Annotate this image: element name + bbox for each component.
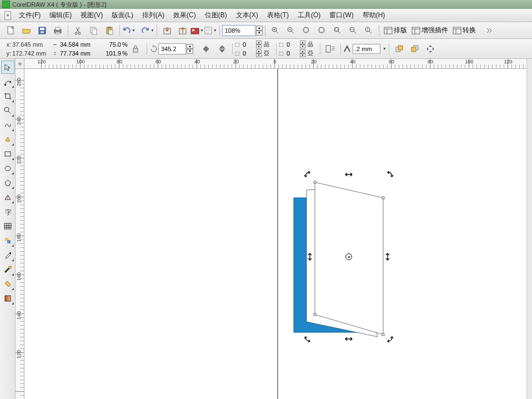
menubar: » 文件(F)编辑(E)视图(V)版面(L)排列(A)效果(C)位图(B)文本(… bbox=[0, 9, 532, 22]
rotation-center-icon[interactable] bbox=[345, 253, 352, 260]
mirror-h-button[interactable] bbox=[200, 42, 213, 56]
zoom-out-button[interactable] bbox=[284, 24, 298, 37]
menu-item[interactable]: 工具(O) bbox=[293, 9, 325, 22]
outline-icon bbox=[343, 45, 351, 53]
zoom-all-button[interactable] bbox=[315, 24, 329, 37]
interactive-fill-tool[interactable] bbox=[1, 292, 14, 305]
svg-rect-33 bbox=[326, 46, 330, 52]
undo-button[interactable]: ▼ bbox=[122, 26, 135, 35]
overflow-button[interactable] bbox=[483, 24, 496, 37]
svg-rect-6 bbox=[56, 32, 60, 34]
zoom-input[interactable] bbox=[222, 25, 255, 36]
pick-tool[interactable] bbox=[1, 61, 14, 74]
duplicate-offset-2[interactable]: ⬚0▲▼品 ⬚0▲▼亞 bbox=[279, 40, 313, 58]
rectangle-tool[interactable] bbox=[1, 147, 14, 161]
svg-rect-26 bbox=[335, 28, 338, 31]
zoom-selection-button[interactable] bbox=[300, 24, 313, 37]
app-launcher-button[interactable]: ▼ bbox=[190, 26, 204, 35]
rotation-input[interactable]: ▲▼ bbox=[149, 43, 193, 54]
smart-fill-tool[interactable] bbox=[1, 133, 14, 146]
right-docker-strip[interactable] bbox=[526, 59, 532, 399]
menu-item[interactable]: 窗口(W) bbox=[325, 9, 358, 22]
interactive-tool[interactable] bbox=[1, 234, 14, 247]
wrap-text-button[interactable] bbox=[324, 42, 337, 56]
outline-width-input[interactable] bbox=[353, 44, 380, 54]
rotation-spinner[interactable]: ▲▼ bbox=[187, 44, 193, 54]
window-title: CorelDRAW X4 ( 专业版 ) - [图形2] bbox=[12, 1, 107, 9]
to-front-button[interactable] bbox=[393, 42, 406, 56]
svg-text:字: 字 bbox=[5, 208, 12, 216]
mirror-v-button[interactable] bbox=[215, 42, 229, 56]
print-button[interactable] bbox=[51, 24, 64, 37]
redo-button[interactable]: ▼ bbox=[141, 26, 154, 35]
scale-y-value[interactable]: 101.9 bbox=[99, 50, 121, 57]
table-tool[interactable] bbox=[1, 220, 14, 233]
outline-tool[interactable] bbox=[1, 263, 14, 276]
svg-rect-13 bbox=[109, 30, 113, 34]
vertical-ruler[interactable]: 260240220200180160140120 bbox=[16, 69, 24, 399]
layout-button[interactable]: 排版 bbox=[384, 26, 407, 35]
crop-tool[interactable] bbox=[1, 89, 14, 103]
copy-button[interactable] bbox=[87, 24, 101, 37]
rotation-field[interactable] bbox=[158, 43, 186, 54]
svg-rect-44 bbox=[9, 81, 11, 83]
standard-toolbar: ▼ ▼ ▼ ▼ ▲▼ 排版 增强插件 转换 bbox=[0, 22, 532, 39]
save-button[interactable] bbox=[36, 24, 49, 37]
basic-shapes-tool[interactable] bbox=[1, 191, 14, 204]
svg-rect-2 bbox=[40, 28, 44, 30]
svg-rect-51 bbox=[7, 240, 11, 243]
polygon-tool[interactable] bbox=[1, 176, 14, 189]
scale-x-value[interactable]: 75.0 bbox=[99, 41, 121, 48]
menu-item[interactable]: 效果(C) bbox=[169, 9, 200, 22]
zoom-tool[interactable] bbox=[1, 104, 14, 117]
zoom-height-button[interactable] bbox=[362, 24, 375, 37]
svg-point-39 bbox=[429, 45, 431, 47]
svg-rect-52 bbox=[9, 252, 11, 254]
menu-item[interactable]: 排列(A) bbox=[138, 9, 169, 22]
canvas[interactable] bbox=[24, 69, 532, 399]
menu-item[interactable]: 版面(L) bbox=[107, 9, 138, 22]
menu-item[interactable]: 文本(X) bbox=[232, 9, 263, 22]
zoom-spinner[interactable]: ▲▼ bbox=[256, 26, 263, 36]
ellipse-tool[interactable] bbox=[1, 162, 14, 175]
x-label: x: bbox=[3, 41, 11, 48]
menu-item[interactable]: 编辑(E) bbox=[45, 9, 76, 22]
menu-item[interactable]: 帮助(H) bbox=[358, 9, 390, 22]
menu-expand-icon[interactable]: » bbox=[4, 11, 11, 20]
shape-tool[interactable] bbox=[1, 75, 14, 88]
position-readout: x:37.645 mm y:172.742 mm bbox=[3, 40, 47, 58]
app-icon bbox=[2, 1, 10, 8]
menu-item[interactable]: 表格(T) bbox=[263, 9, 293, 22]
to-back-button[interactable] bbox=[408, 42, 421, 56]
svg-point-40 bbox=[432, 48, 434, 49]
convert-curves-button[interactable] bbox=[424, 42, 437, 56]
duplicate-offset-1[interactable]: ⬚0▲▼品 ⬚0▲▼亞 bbox=[235, 40, 269, 58]
import-button[interactable] bbox=[160, 24, 174, 37]
zoom-page-button[interactable] bbox=[331, 24, 344, 37]
fill-tool[interactable] bbox=[1, 277, 14, 291]
lock-ratio-button[interactable] bbox=[131, 41, 140, 57]
paste-button[interactable] bbox=[103, 24, 116, 37]
zoom-width-button[interactable] bbox=[347, 24, 360, 37]
menu-item[interactable]: 位图(B) bbox=[200, 9, 232, 22]
svg-rect-35 bbox=[398, 46, 403, 50]
eyedropper-tool[interactable] bbox=[1, 248, 14, 262]
text-tool[interactable]: 字 bbox=[1, 205, 14, 218]
open-button[interactable] bbox=[20, 24, 33, 37]
svg-rect-3 bbox=[41, 31, 44, 33]
transform-button[interactable]: 转换 bbox=[453, 26, 476, 35]
zoom-in-button[interactable] bbox=[269, 24, 282, 37]
welcome-button[interactable]: ▼ bbox=[204, 26, 217, 35]
new-button[interactable] bbox=[4, 24, 18, 37]
menu-item[interactable]: 视图(V) bbox=[76, 9, 107, 22]
freehand-tool[interactable] bbox=[1, 118, 14, 132]
enhance-plugin-button[interactable]: 增强插件 bbox=[411, 26, 448, 35]
cut-button[interactable] bbox=[72, 24, 85, 37]
svg-rect-49 bbox=[4, 223, 11, 229]
y-label: y: bbox=[3, 50, 11, 57]
menu-item[interactable]: 文件(F) bbox=[14, 9, 45, 22]
ruler-origin[interactable] bbox=[16, 59, 24, 69]
horizontal-ruler[interactable]: 12010080604020020406080100120 bbox=[24, 59, 532, 69]
height-value: 77.734 mm bbox=[59, 50, 94, 57]
export-button[interactable] bbox=[176, 24, 189, 37]
